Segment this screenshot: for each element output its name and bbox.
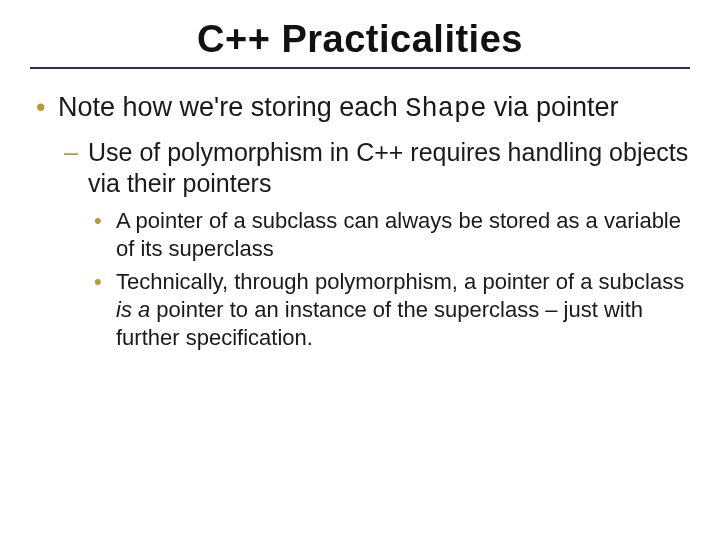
slide-title: C++ Practicalities [30, 18, 690, 61]
code-word: Shape [405, 94, 486, 124]
subsub-bullet-text: A pointer of a subclass can always be st… [116, 208, 681, 261]
bullet-list-level1: Note how we're storing each Shape via po… [30, 91, 690, 352]
sub-bullet-text: Use of polymorphism in C++ requires hand… [88, 138, 688, 197]
bullet-list-level3: A pointer of a subclass can always be st… [88, 207, 690, 352]
bullet-text-post: via pointer [486, 92, 618, 122]
subsub-text-pre: Technically, through polymorphism, a poi… [116, 269, 684, 294]
list-item: Use of polymorphism in C++ requires hand… [58, 137, 690, 352]
subsub-text-post: pointer to an instance of the superclass… [116, 297, 643, 350]
bullet-text-pre: Note how we're storing each [58, 92, 405, 122]
italic-phrase: is a [116, 297, 150, 322]
list-item: Technically, through polymorphism, a poi… [88, 268, 690, 352]
slide: C++ Practicalities Note how we're storin… [0, 0, 720, 540]
list-item: Note how we're storing each Shape via po… [30, 91, 690, 352]
list-item: A pointer of a subclass can always be st… [88, 207, 690, 263]
bullet-list-level2: Use of polymorphism in C++ requires hand… [58, 137, 690, 352]
title-rule [30, 67, 690, 69]
